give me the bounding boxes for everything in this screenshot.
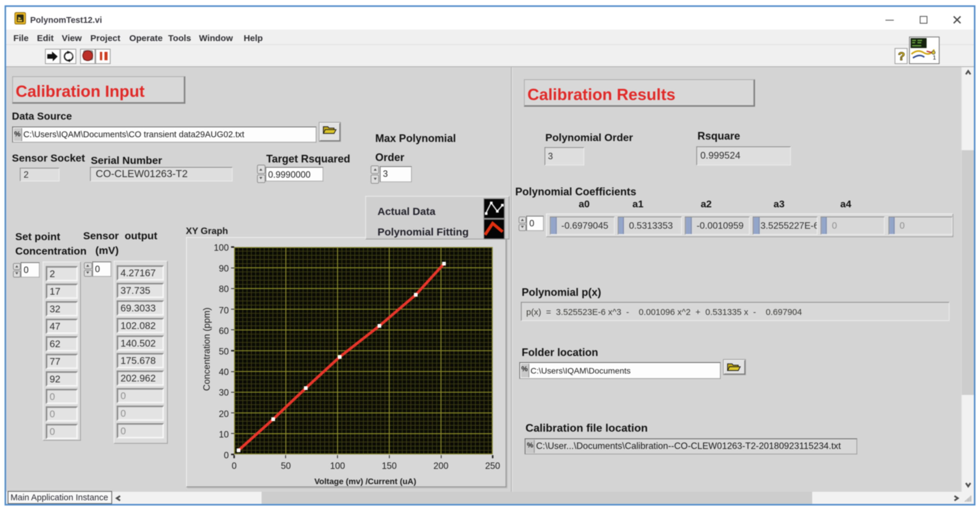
svg-text:1: 1 [933, 53, 936, 60]
